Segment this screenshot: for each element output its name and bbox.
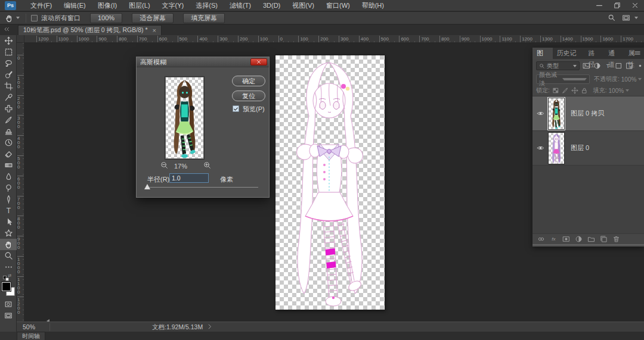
dialog-close-button[interactable]: [250, 58, 267, 65]
link-layers-icon[interactable]: [537, 235, 545, 243]
ok-button[interactable]: 确定: [232, 76, 265, 86]
lock-all-icon[interactable]: [581, 87, 588, 94]
fill-value[interactable]: 100%: [609, 88, 624, 94]
new-adjustment-layer-icon[interactable]: [575, 235, 583, 243]
more-tools[interactable]: [0, 261, 17, 273]
layer-visibility-eye-icon[interactable]: [532, 144, 548, 152]
marquee-tool[interactable]: [0, 46, 17, 58]
layer-name[interactable]: 图层 0: [571, 144, 589, 152]
timeline-tab[interactable]: 时间轴: [17, 332, 45, 340]
gradient-tool[interactable]: [0, 160, 17, 171]
blur-preview-thumbnail[interactable]: [165, 76, 205, 160]
panel-tab-路径[interactable]: 路径: [584, 48, 605, 59]
zoom-in-icon[interactable]: [203, 161, 211, 169]
search-icon[interactable]: [608, 14, 616, 22]
document-canvas[interactable]: [275, 55, 385, 310]
filter-type-layers-icon[interactable]: T: [604, 62, 612, 70]
document-tab-close-icon[interactable]: ×: [152, 27, 156, 34]
panel-tab-历史记录[interactable]: 历史记录: [553, 48, 584, 59]
screen-mode-button[interactable]: [0, 310, 17, 321]
type-tool[interactable]: T: [0, 205, 17, 216]
layer-filtering-toggle[interactable]: [636, 62, 644, 70]
layer-name[interactable]: 图层 0 拷贝: [571, 109, 604, 118]
layer-visibility-eye-icon[interactable]: [532, 110, 548, 117]
layer-effects-icon[interactable]: fx: [550, 235, 558, 243]
scroll-all-windows-checkbox[interactable]: [31, 15, 38, 21]
layer-thumbnail[interactable]: [548, 132, 565, 164]
menu-item-6[interactable]: 滤镜(T): [224, 0, 257, 11]
layer-row-1[interactable]: 图层 0: [532, 131, 644, 166]
panel-menu-icon[interactable]: [634, 49, 641, 57]
dodge-tool[interactable]: [0, 182, 17, 194]
crop-tool[interactable]: [0, 80, 17, 92]
shape-tool[interactable]: [0, 227, 17, 239]
hand-tool[interactable]: [0, 239, 17, 250]
panel-tab-图层[interactable]: 图层: [532, 48, 553, 59]
restore-button[interactable]: [612, 0, 623, 11]
panel-resize-grip[interactable]: [532, 244, 644, 247]
eraser-tool[interactable]: [0, 148, 17, 160]
zoom-100-button[interactable]: 100%: [90, 13, 122, 23]
lock-position-icon[interactable]: [571, 87, 578, 94]
dialog-title-bar[interactable]: 高斯模糊: [137, 57, 269, 67]
menu-item-3[interactable]: 图层(L): [123, 0, 156, 11]
filter-pixel-layers-icon[interactable]: [583, 62, 590, 70]
menu-item-2[interactable]: 图像(I): [92, 0, 123, 11]
clone-stamp-tool[interactable]: [0, 126, 17, 137]
menu-item-4[interactable]: 文字(Y): [156, 0, 190, 11]
new-group-icon[interactable]: [587, 235, 595, 243]
panel-tab-通道[interactable]: 通道: [604, 48, 624, 59]
new-layer-icon[interactable]: [600, 235, 608, 243]
move-tool[interactable]: [0, 35, 17, 46]
menu-item-9[interactable]: 窗口(W): [320, 0, 356, 11]
reset-button[interactable]: 复位: [232, 91, 265, 101]
add-layer-mask-icon[interactable]: [562, 235, 570, 243]
menu-item-7[interactable]: 3D(D): [257, 0, 286, 11]
minimize-button[interactable]: [594, 0, 605, 11]
quick-selection-tool[interactable]: [0, 69, 17, 80]
eyedropper-tool[interactable]: [0, 92, 17, 103]
menu-item-10[interactable]: 帮助(H): [356, 0, 390, 11]
swap-colors-icon[interactable]: ⇄: [8, 273, 11, 278]
lock-paint-icon[interactable]: [562, 87, 569, 94]
collapse-dock-icon[interactable]: [3, 26, 10, 33]
lock-transparency-icon[interactable]: [552, 87, 559, 94]
fit-screen-button[interactable]: 适合屏幕: [132, 13, 174, 23]
fill-screen-button[interactable]: 填充屏幕: [183, 13, 225, 23]
filter-smart-objects-icon[interactable]: [626, 62, 633, 70]
healing-brush-tool[interactable]: [0, 103, 17, 114]
menu-item-1[interactable]: 编辑(E): [58, 0, 92, 11]
radius-input[interactable]: [169, 173, 209, 183]
blur-tool[interactable]: [0, 171, 17, 182]
layer-thumbnail[interactable]: [548, 98, 565, 130]
preview-checkbox[interactable]: [233, 105, 239, 112]
opacity-value[interactable]: 100%: [621, 76, 637, 83]
status-menu-arrow-icon[interactable]: [206, 323, 213, 330]
blend-mode-select[interactable]: 颜色减淡: [536, 74, 590, 84]
brush-tool[interactable]: [0, 114, 17, 126]
zoom-tool[interactable]: [0, 250, 17, 261]
foreground-color-swatch[interactable]: [2, 282, 11, 291]
screen-mode-icon[interactable]: [622, 14, 638, 22]
quick-mask-button[interactable]: [0, 298, 17, 310]
menu-item-0[interactable]: 文件(F): [24, 0, 58, 11]
lasso-tool[interactable]: [0, 58, 17, 69]
radius-slider[interactable]: [147, 187, 258, 188]
layer-row-0[interactable]: 图层 0 拷贝: [532, 96, 644, 131]
filter-shape-layers-icon[interactable]: [615, 62, 623, 70]
history-brush-tool[interactable]: [0, 137, 17, 148]
default-colors-icon[interactable]: ⇄: [3, 275, 10, 281]
radius-slider-thumb[interactable]: [144, 184, 150, 189]
close-button[interactable]: [630, 0, 640, 11]
delete-layer-icon[interactable]: [612, 235, 620, 243]
tool-preset-caret-icon[interactable]: [16, 17, 20, 19]
filter-adjustment-layers-icon[interactable]: [593, 62, 601, 70]
layer-filter-select[interactable]: 类型: [536, 61, 580, 70]
pen-tool[interactable]: [0, 194, 17, 205]
menu-item-8[interactable]: 视图(V): [286, 0, 320, 11]
document-tab[interactable]: 10粉笔画.psd @ 50% (图层 0 拷贝, RGB/8) * ×: [18, 25, 162, 35]
status-zoom-level[interactable]: 50%: [23, 323, 35, 330]
menu-item-5[interactable]: 选择(S): [190, 0, 224, 11]
path-selection-tool[interactable]: [0, 216, 17, 227]
photoshop-logo-icon[interactable]: Ps: [5, 1, 16, 10]
